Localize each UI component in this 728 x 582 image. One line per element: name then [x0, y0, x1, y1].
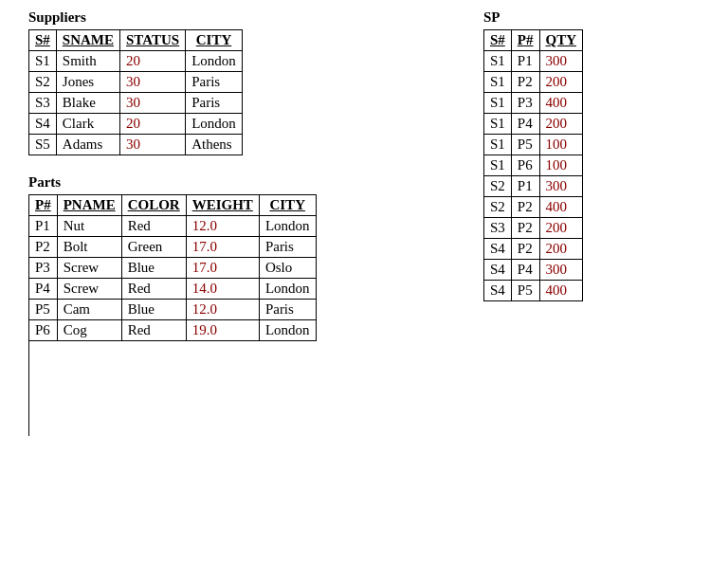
table-cell: P2	[511, 239, 539, 260]
table-cell: S4	[484, 260, 512, 281]
sp-title: SP	[483, 9, 583, 26]
table-cell: London	[259, 279, 316, 300]
parts-col-weight: WEIGHT	[186, 195, 259, 216]
table-cell: 200	[539, 218, 583, 239]
table-cell: P1	[511, 51, 539, 72]
table-cell: London	[186, 51, 243, 72]
table-cell: Adams	[56, 135, 119, 155]
suppliers-title: Suppliers	[28, 9, 317, 26]
table-row: S4P2200	[484, 239, 583, 260]
suppliers-col-city: CITY	[186, 30, 243, 51]
table-cell: 20	[120, 51, 186, 72]
table-cell: Blue	[121, 258, 186, 279]
table-cell: P6	[29, 320, 58, 341]
right-panel: SP S# P# QTY S1P1300S1P2200S1P3400S1P420…	[483, 9, 583, 320]
table-cell: S1	[484, 114, 512, 135]
table-cell: S1	[29, 51, 57, 72]
table-cell: P4	[511, 260, 539, 281]
table-cell: 300	[539, 176, 583, 197]
table-row: S1P6100	[484, 155, 583, 176]
table-cell: Screw	[57, 258, 121, 279]
table-cell: 100	[539, 155, 583, 176]
table-cell: Clark	[56, 114, 119, 135]
table-cell: P4	[29, 279, 58, 300]
table-cell: Cam	[57, 300, 121, 320]
table-cell: S5	[29, 135, 57, 155]
table-row: S1P4200	[484, 114, 583, 135]
table-cell: 300	[539, 51, 583, 72]
table-cell: P6	[511, 155, 539, 176]
table-row: P3ScrewBlue17.0Oslo	[29, 258, 317, 279]
table-cell: Blake	[56, 93, 119, 114]
table-row: S4P5400	[484, 281, 583, 301]
table-row: S2P1300	[484, 176, 583, 197]
table-cell: Paris	[186, 72, 243, 93]
table-cell: 30	[120, 93, 186, 114]
table-cell: P2	[29, 237, 58, 258]
divider	[28, 227, 29, 436]
table-row: S1P3400	[484, 93, 583, 114]
table-row: S3Blake30Paris	[29, 93, 243, 114]
left-panel: Suppliers S# SNAME STATUS CITY S1Smith20…	[28, 9, 317, 360]
table-row: P6CogRed19.0London	[29, 320, 317, 341]
table-cell: P5	[29, 300, 58, 320]
table-cell: 200	[539, 239, 583, 260]
sp-col-pnum: P#	[511, 30, 539, 51]
table-cell: London	[259, 320, 316, 341]
table-cell: Cog	[57, 320, 121, 341]
table-row: S5Adams30Athens	[29, 135, 243, 155]
table-cell: 30	[120, 135, 186, 155]
table-cell: S1	[484, 135, 512, 155]
suppliers-table: S# SNAME STATUS CITY S1Smith20LondonS2Jo…	[28, 29, 243, 155]
table-cell: P2	[511, 197, 539, 218]
suppliers-col-status: STATUS	[120, 30, 186, 51]
table-cell: Paris	[259, 237, 316, 258]
table-cell: Paris	[186, 93, 243, 114]
table-cell: S3	[484, 218, 512, 239]
table-cell: S2	[29, 72, 57, 93]
table-cell: Screw	[57, 279, 121, 300]
table-cell: P3	[29, 258, 58, 279]
table-row: S4P4300	[484, 260, 583, 281]
table-cell: 17.0	[186, 237, 259, 258]
parts-col-color: COLOR	[121, 195, 186, 216]
table-row: S2Jones30Paris	[29, 72, 243, 93]
table-cell: 19.0	[186, 320, 259, 341]
sp-table: S# P# QTY S1P1300S1P2200S1P3400S1P4200S1…	[483, 29, 583, 301]
table-cell: P5	[511, 281, 539, 301]
table-cell: 14.0	[186, 279, 259, 300]
parts-col-pnum: P#	[29, 195, 58, 216]
table-cell: Paris	[259, 300, 316, 320]
table-cell: S4	[484, 239, 512, 260]
table-row: P1NutRed12.0London	[29, 216, 317, 237]
table-cell: P4	[511, 114, 539, 135]
table-cell: 12.0	[186, 300, 259, 320]
table-cell: Athens	[186, 135, 243, 155]
table-row: S3P2200	[484, 218, 583, 239]
table-cell: 20	[120, 114, 186, 135]
table-cell: Bolt	[57, 237, 121, 258]
table-cell: 300	[539, 260, 583, 281]
table-cell: S4	[29, 114, 57, 135]
table-cell: Green	[121, 237, 186, 258]
table-cell: Red	[121, 216, 186, 237]
table-cell: 200	[539, 114, 583, 135]
page: Suppliers S# SNAME STATUS CITY S1Smith20…	[0, 0, 728, 582]
table-cell: P1	[511, 176, 539, 197]
table-cell: S1	[484, 72, 512, 93]
parts-col-city: CITY	[259, 195, 316, 216]
table-cell: S1	[484, 155, 512, 176]
table-row: S1P2200	[484, 72, 583, 93]
table-cell: 30	[120, 72, 186, 93]
table-cell: S4	[484, 281, 512, 301]
table-cell: Blue	[121, 300, 186, 320]
sp-col-qty: QTY	[539, 30, 583, 51]
table-cell: 17.0	[186, 258, 259, 279]
table-cell: Jones	[56, 72, 119, 93]
parts-table: P# PNAME COLOR WEIGHT CITY P1NutRed12.0L…	[28, 194, 317, 341]
table-cell: 400	[539, 197, 583, 218]
table-row: S1Smith20London	[29, 51, 243, 72]
parts-title: Parts	[28, 174, 317, 191]
table-row: P4ScrewRed14.0London	[29, 279, 317, 300]
table-row: S1P1300	[484, 51, 583, 72]
